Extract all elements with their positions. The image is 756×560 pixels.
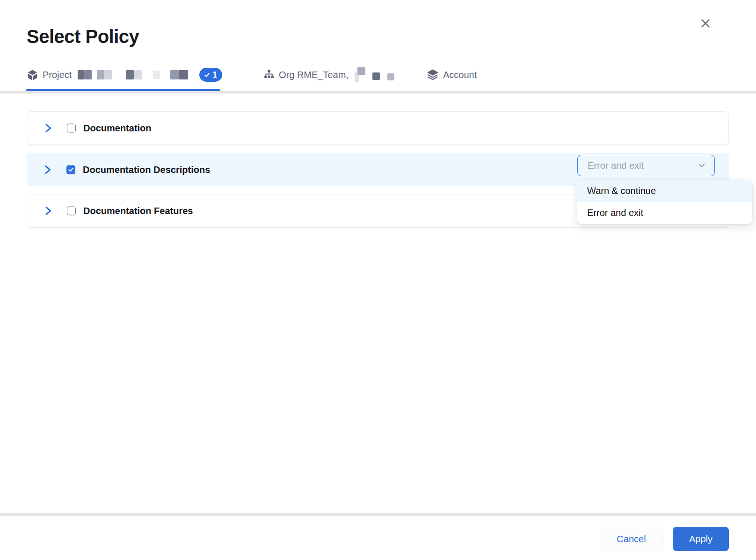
redacted-text xyxy=(78,70,188,79)
policy-row-label: Documentation Descriptions xyxy=(83,164,210,175)
tab-project[interactable]: Project 1 xyxy=(27,65,222,84)
chevron-right-icon[interactable] xyxy=(44,123,52,133)
redacted-text xyxy=(355,70,394,79)
dropdown-option-warn-continue[interactable]: Warn & continue xyxy=(577,180,752,202)
package-cube-icon xyxy=(27,69,38,81)
action-select-dropdown: Warn & continue Error and exit xyxy=(577,180,752,224)
tab-project-label: Project xyxy=(43,70,72,80)
policy-row-documentation: Documentation xyxy=(27,111,729,145)
chevron-down-icon xyxy=(697,160,707,171)
tab-org-label: Org RME_Team, xyxy=(279,70,349,80)
chevron-right-icon[interactable] xyxy=(44,165,52,175)
dropdown-option-error-exit[interactable]: Error and exit xyxy=(577,202,752,224)
tab-account-label: Account xyxy=(443,70,477,80)
select-policy-modal: Select Policy Project 1 xyxy=(0,0,756,560)
checkbox-unchecked[interactable] xyxy=(67,124,76,133)
action-select-value: Error and exit xyxy=(588,160,644,171)
tab-account[interactable]: Account xyxy=(427,65,477,84)
badge-count: 1 xyxy=(212,71,217,79)
action-select[interactable]: Error and exit xyxy=(577,155,715,176)
apply-button[interactable]: Apply xyxy=(673,527,729,551)
page-title: Select Policy xyxy=(27,26,139,47)
checkbox-unchecked[interactable] xyxy=(67,207,76,215)
close-icon[interactable] xyxy=(698,16,713,31)
layers-icon xyxy=(427,69,439,81)
checkbox-checked[interactable] xyxy=(66,165,75,174)
check-icon xyxy=(68,166,74,172)
footer-divider xyxy=(0,513,756,516)
check-icon xyxy=(204,72,211,79)
tab-org[interactable]: Org RME_Team, xyxy=(263,65,394,84)
org-hierarchy-icon xyxy=(263,69,275,80)
tabs-divider xyxy=(0,91,756,93)
chevron-right-icon[interactable] xyxy=(44,206,52,216)
policy-row-label: Documentation Features xyxy=(83,206,193,216)
selected-count-badge: 1 xyxy=(199,68,222,82)
cancel-button[interactable]: Cancel xyxy=(600,527,663,551)
policy-row-label: Documentation xyxy=(83,123,152,134)
